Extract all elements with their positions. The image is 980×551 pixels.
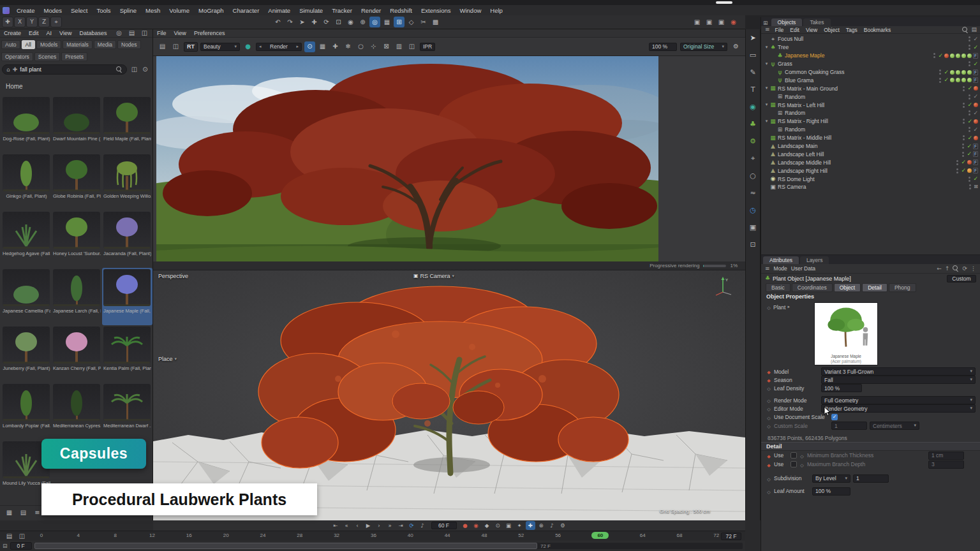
visibility-dots[interactable] — [933, 53, 935, 58]
asset-tab-models[interactable]: Models — [36, 40, 61, 49]
enable-check-icon[interactable]: ✓ — [973, 176, 978, 182]
material-swatch[interactable] — [956, 78, 960, 82]
menu-ai[interactable]: AI — [43, 30, 56, 36]
gear-capsule-icon[interactable]: ⚙ — [747, 135, 759, 147]
menu-redshift[interactable]: Redshift — [385, 6, 417, 15]
asset-thumbnail[interactable] — [103, 154, 151, 191]
viewport-mode-label[interactable]: Perspective — [158, 273, 188, 279]
visibility-dots[interactable] — [962, 143, 964, 149]
tab-layers[interactable]: Layers — [800, 256, 829, 264]
menu-edit[interactable]: Edit — [787, 27, 803, 33]
object-row[interactable]: ⊞Random✓ — [761, 92, 980, 101]
axis-mode-icon[interactable]: ◇ — [406, 17, 417, 27]
start-frame-field[interactable]: 0 F — [10, 542, 32, 550]
material-swatch[interactable] — [956, 70, 960, 75]
time-tool-icon[interactable]: ◷ — [747, 204, 759, 216]
visibility-dots[interactable] — [939, 70, 941, 75]
editor-mode-anim-dot[interactable] — [766, 405, 771, 412]
rt-button[interactable]: RT — [184, 42, 198, 52]
timeline-tick[interactable]: 0 — [38, 533, 45, 540]
timeline-tick[interactable]: 52 — [518, 533, 524, 540]
coordinates-icon[interactable]: ⊕ — [357, 17, 368, 27]
enable-check-icon[interactable]: ✓ — [973, 36, 978, 42]
object-row[interactable]: ▾ψGrass✓ — [761, 60, 980, 68]
timeline-tick[interactable]: 48 — [481, 533, 487, 540]
menu-tools[interactable]: Tools — [92, 6, 115, 15]
object-row[interactable]: ▾▦RS Matrix - Main Ground✓ — [761, 84, 980, 92]
layout-icon[interactable]: ▤ — [126, 28, 137, 39]
next-frame-icon[interactable]: › — [375, 521, 384, 530]
enable-check-icon[interactable]: ✓ — [973, 61, 978, 67]
timeline-tick[interactable]: 56 — [555, 533, 561, 540]
enable-check-icon[interactable]: ✓ — [973, 94, 978, 99]
asset-thumbnail[interactable] — [3, 212, 50, 249]
material-swatch[interactable] — [950, 78, 954, 82]
enable-check-icon[interactable]: ✓ — [967, 151, 972, 157]
pin-tool-icon[interactable]: ⌖ — [747, 152, 759, 164]
menu-view[interactable]: View — [56, 30, 75, 36]
material-swatch[interactable] — [944, 54, 949, 58]
timeline-ruler[interactable]: ▤◫ 04812162024283236404448525660646872 7… — [0, 531, 745, 541]
asset-tab-operators[interactable]: Operators — [1, 52, 33, 61]
parameter-key-icon[interactable]: ✦ — [515, 521, 524, 530]
goto-start-icon[interactable]: ⇤ — [331, 521, 341, 530]
menu-bookmarks[interactable]: Bookmarks — [861, 27, 895, 33]
visibility-dots[interactable] — [939, 78, 941, 83]
enable-check-icon[interactable]: ✓ — [973, 45, 978, 50]
filter-icon[interactable]: ◎ — [114, 28, 124, 39]
visibility-dots[interactable] — [969, 177, 970, 182]
material-swatch[interactable] — [967, 78, 972, 82]
search-value[interactable]: fall plant — [20, 66, 114, 73]
leaf-density-anim-dot[interactable] — [766, 385, 771, 392]
om-filter-icon[interactable]: ▤ — [971, 27, 977, 33]
expand-arrow-icon[interactable]: ▾ — [764, 103, 769, 107]
ipr-button[interactable]: IPR — [420, 43, 435, 51]
up-icon[interactable]: ↑ — [945, 266, 950, 272]
snowflake-icon[interactable]: ❄ — [343, 41, 353, 52]
panel-menu-icon[interactable]: ⊞ — [763, 20, 768, 26]
tab-attributes[interactable]: Attributes — [763, 256, 799, 264]
asset-thumbnail[interactable] — [103, 269, 151, 306]
timeline-tick[interactable]: 4 — [75, 533, 82, 540]
asset-tab-scenes[interactable]: Scenes — [34, 52, 60, 61]
asset-item[interactable]: Mediterranean Cypres... — [52, 383, 102, 440]
snap-active-icon[interactable]: ⊞ — [394, 17, 405, 27]
prev-frame-icon[interactable]: ‹ — [353, 521, 362, 530]
menu-tags[interactable]: Tags — [843, 27, 861, 33]
editor-mode-dropdown[interactable]: Render Geometry▾ — [821, 404, 976, 413]
visibility-dots[interactable] — [969, 36, 970, 41]
field-tag-badge[interactable]: F — [973, 159, 978, 165]
tab-objects[interactable]: Objects — [771, 18, 803, 26]
asset-thumbnail[interactable] — [103, 212, 151, 249]
list-view-icon[interactable]: ▤ — [18, 507, 29, 518]
timeline-tick[interactable]: 36 — [370, 533, 376, 540]
field-tag-badge[interactable]: F — [973, 77, 978, 83]
menu-databases[interactable]: Databases — [75, 30, 110, 36]
timeline-tick[interactable]: 64 — [639, 533, 646, 540]
goto-end-icon[interactable]: ⇥ — [396, 521, 406, 530]
z-axis-button[interactable]: Z — [38, 17, 50, 27]
max-branch-field[interactable]: 3 — [928, 460, 964, 469]
model-anim-dot[interactable] — [766, 368, 771, 375]
menu-tracker[interactable]: Tracker — [327, 6, 357, 15]
menu-create[interactable]: Create — [0, 30, 25, 36]
subdivision-field[interactable]: 1 — [853, 474, 889, 483]
menu-window[interactable]: Window — [456, 6, 486, 15]
render-settings-gear-icon[interactable]: ⚙ — [731, 41, 741, 52]
material-swatch[interactable] — [967, 168, 972, 173]
min-branch-anim-dot[interactable] — [799, 452, 805, 459]
asset-item[interactable]: Field Maple (Fall, Plant) — [102, 96, 152, 153]
asset-thumbnail[interactable] — [3, 269, 50, 306]
layers-icon[interactable]: ◫ — [406, 41, 417, 52]
axis-lock-icon[interactable]: ✚ — [2, 17, 13, 27]
render-mode-anim-dot[interactable] — [766, 397, 771, 404]
more-icon[interactable]: ⋮ — [970, 266, 976, 272]
object-row[interactable]: ψCommon Quaking Grass✓F — [761, 68, 980, 77]
asset-item[interactable]: Japanese Camellia (Fal... — [1, 268, 52, 325]
capsule-sphere-icon[interactable]: ◉ — [747, 101, 759, 112]
play-icon[interactable]: ▶ — [364, 521, 373, 530]
timeline-tick[interactable]: 12 — [149, 533, 155, 540]
move-tool-icon[interactable]: ✚ — [309, 17, 320, 27]
visibility-dots[interactable] — [969, 45, 970, 50]
expand-arrow-icon[interactable]: ▾ — [764, 119, 769, 124]
